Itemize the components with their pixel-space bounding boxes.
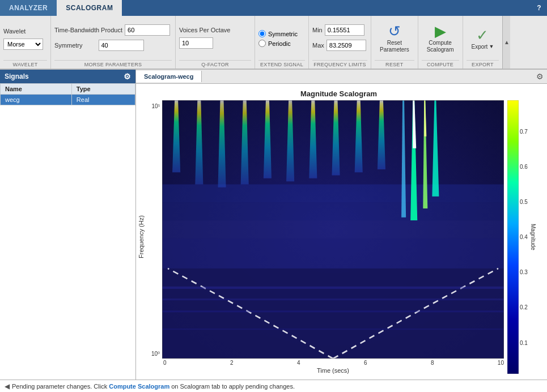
colorbar-label: Magnitude <box>529 224 536 250</box>
ribbon-wavelet-section: Wavelet Morse amor bump WAVELET <box>0 16 51 69</box>
svg-rect-1 <box>162 269 504 359</box>
tab-analyzer[interactable]: ANALYZER <box>0 0 57 16</box>
plot-svg-area <box>162 100 504 359</box>
colorbar-ticks: 0.1 0.2 0.3 0.4 0.5 0.6 0.7 <box>520 127 528 348</box>
svg-rect-25 <box>162 329 504 330</box>
collapse-icon: ▲ <box>504 39 510 45</box>
y-axis-label: Frequency (Hz) <box>136 100 146 374</box>
compute-section-label: COMPUTE <box>422 60 459 69</box>
vpo-input[interactable] <box>179 37 213 49</box>
tab-scalogram[interactable]: SCALOGRAM <box>57 0 122 16</box>
signals-table: Name Type wecg Real <box>0 83 135 105</box>
symmetric-radio[interactable]: Symmetric <box>258 30 298 37</box>
svg-rect-27 <box>507 100 519 374</box>
ribbon-reset-section: ↺ ResetParameters RESET <box>371 16 418 69</box>
svg-rect-22 <box>162 287 504 289</box>
freq-section-label: FREQUENCY LIMITS <box>312 60 367 69</box>
signal-type: Real <box>71 95 135 105</box>
chart-area: Scalogram-wecg ⚙ Magnitude Scalogram Fre… <box>136 70 547 380</box>
status-bar-arrow[interactable]: ◀ <box>5 382 10 390</box>
ribbon-export-section: ✓ Export ▼ EXPORT <box>463 16 503 69</box>
signals-header: Signals ⚙ <box>0 70 135 83</box>
x-axis-ticks: 0 2 4 6 8 10 <box>162 360 504 366</box>
tbp-label: Time-Bandwidth Product <box>54 27 122 33</box>
colorbar-tick-01: 0.1 <box>520 340 528 346</box>
ribbon-extend-section: Symmetric Periodic EXTEND SIGNAL <box>255 16 309 69</box>
colorbar-gradient-svg <box>507 100 519 374</box>
tab-bar: ANALYZER SCALOGRAM ? <box>0 0 547 16</box>
status-highlight: Compute Scalogram <box>109 383 169 390</box>
chart-tab-scalogram-wecg[interactable]: Scalogram-wecg <box>136 71 202 82</box>
y-tick-high: 10¹ <box>152 103 160 109</box>
symmetry-label: Symmetry <box>54 42 83 49</box>
reset-button-label: ResetParameters <box>380 40 409 53</box>
scalogram-container: Magnitude Scalogram Frequency (Hz) 10¹ 1… <box>136 84 547 380</box>
plot-inner: 0 2 4 6 8 10 Time (secs) <box>162 100 504 374</box>
symmetry-input[interactable] <box>99 40 144 51</box>
colorbar-tick-04: 0.4 <box>520 234 528 240</box>
scalogram-svg <box>162 100 504 359</box>
qfactor-section-label: Q-FACTOR <box>179 60 251 69</box>
x-tick-10: 10 <box>498 360 504 366</box>
reset-icon: ↺ <box>388 24 401 39</box>
table-row[interactable]: wecg Real <box>1 95 135 105</box>
chart-tab-bar: Scalogram-wecg ⚙ <box>136 70 547 84</box>
svg-rect-3 <box>162 220 504 238</box>
svg-rect-23 <box>162 299 504 300</box>
signals-col-type: Type <box>71 84 135 95</box>
signals-panel: Signals ⚙ Name Type wecg Real <box>0 70 136 380</box>
tbp-input[interactable] <box>125 24 170 36</box>
svg-rect-2 <box>162 238 504 269</box>
y-ticks: 10¹ 10⁰ <box>146 100 162 374</box>
main-area: Signals ⚙ Name Type wecg Real Scalogram-… <box>0 70 547 380</box>
x-tick-4: 4 <box>297 360 300 366</box>
export-icon: ✓ <box>476 28 489 42</box>
max-label: Max <box>312 42 324 49</box>
symmetric-label: Symmetric <box>268 31 298 37</box>
y-tick-low: 10⁰ <box>151 351 160 357</box>
max-input[interactable] <box>326 40 366 51</box>
colorbar-tick-05: 0.5 <box>520 199 528 205</box>
status-text: Pending parameter changes. Click Compute… <box>12 383 295 390</box>
morse-section-label: MORSE PARAMETERS <box>54 60 172 69</box>
vpo-label: Voices Per Octave <box>179 27 231 33</box>
ribbon-collapse-button[interactable]: ▲ <box>502 16 510 69</box>
colorbar-tick-02: 0.2 <box>520 304 528 310</box>
compute-scalogram-button[interactable]: ▶ ComputeScalogram <box>422 21 459 56</box>
wavelet-label: Wavelet <box>3 28 26 35</box>
plot-title: Magnitude Scalogram <box>300 90 377 98</box>
wavelet-dropdown[interactable]: Morse amor bump <box>3 39 43 50</box>
svg-rect-4 <box>162 202 504 220</box>
ribbon-compute-section: ▶ ComputeScalogram COMPUTE <box>418 16 463 69</box>
export-button[interactable]: ✓ Export ▼ <box>467 25 499 53</box>
min-input[interactable] <box>325 24 364 36</box>
x-tick-2: 2 <box>230 360 234 366</box>
plot-main: Frequency (Hz) 10¹ 10⁰ <box>136 100 541 374</box>
signals-title: Signals <box>5 73 29 80</box>
plot-wrapper: Magnitude Scalogram Frequency (Hz) 10¹ 1… <box>136 90 541 374</box>
colorbar-tick-07: 0.7 <box>520 129 528 135</box>
x-axis-label: Time (secs) <box>162 367 504 374</box>
colorbar-tick-06: 0.6 <box>520 164 528 170</box>
x-tick-6: 6 <box>364 360 367 366</box>
colorbar-tick-03: 0.3 <box>520 269 528 275</box>
status-text-prefix: Pending parameter changes. Click <box>12 383 109 390</box>
wavelet-section-label: WAVELET <box>3 60 47 69</box>
svg-rect-5 <box>162 184 504 202</box>
chart-settings-button[interactable]: ⚙ <box>533 70 547 83</box>
status-text-suffix: on Scalogram tab to apply pending change… <box>169 383 295 390</box>
min-label: Min <box>312 27 323 33</box>
reset-section-label: RESET <box>375 60 414 69</box>
periodic-radio[interactable]: Periodic <box>258 40 291 47</box>
reset-parameters-button[interactable]: ↺ ResetParameters <box>375 21 414 56</box>
x-tick-0: 0 <box>163 360 167 366</box>
svg-rect-24 <box>162 310 504 312</box>
signals-settings-icon[interactable]: ⚙ <box>124 72 131 81</box>
periodic-label: Periodic <box>268 40 291 47</box>
compute-button-label: ComputeScalogram <box>427 40 454 53</box>
ribbon: Wavelet Morse amor bump WAVELET Time-Ban… <box>0 16 547 70</box>
help-button[interactable]: ? <box>531 0 547 16</box>
x-tick-8: 8 <box>431 360 434 366</box>
colorbar: 0.1 0.2 0.3 0.4 0.5 0.6 0.7 Magnitude <box>507 100 541 374</box>
extend-section-label: EXTEND SIGNAL <box>258 60 305 69</box>
